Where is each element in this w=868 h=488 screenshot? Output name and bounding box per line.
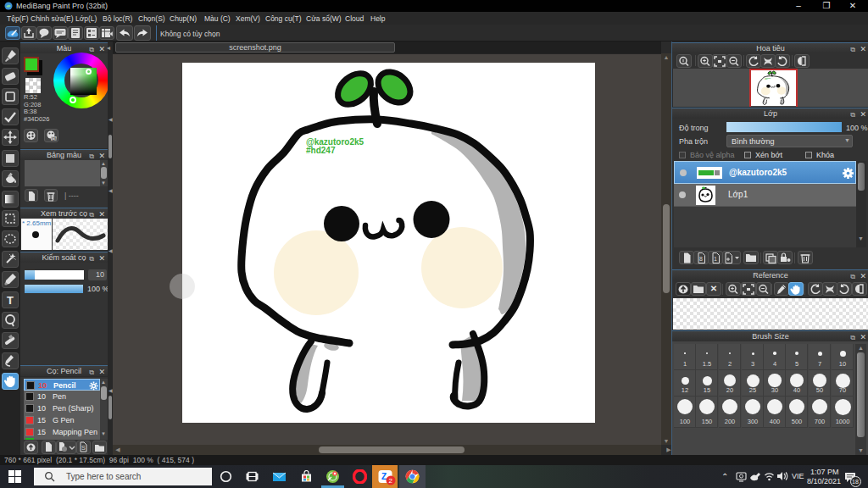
svg-text:18: 18	[852, 479, 859, 485]
svg-text:#hd247: #hd247	[306, 146, 336, 155]
svg-text:1: 1	[714, 256, 717, 262]
svg-text:CMY: CMY	[52, 137, 58, 141]
svg-text:2: 2	[389, 477, 393, 485]
svg-text:8: 8	[699, 256, 703, 262]
svg-text:S: S	[81, 445, 86, 451]
